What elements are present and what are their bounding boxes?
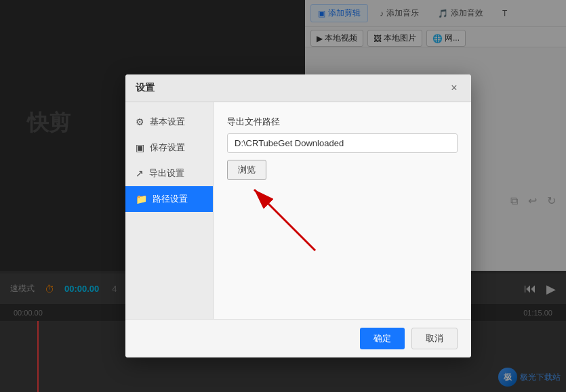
sidebar-export-label: 导出设置 [149,167,184,179]
sidebar-path-label: 路径设置 [153,193,188,205]
sidebar-item-save[interactable]: ▣ 保存设置 [125,135,213,160]
sidebar-basic-label: 基本设置 [150,116,185,128]
confirm-button[interactable]: 确定 [360,328,405,349]
gear-icon: ⚙ [136,116,144,127]
sidebar-item-export[interactable]: ↗ 导出设置 [125,160,213,186]
dialog-footer: 确定 取消 [125,319,471,357]
sidebar-item-basic[interactable]: ⚙ 基本设置 [125,109,213,135]
sidebar-item-path[interactable]: 📁 路径设置 [125,186,213,212]
save-icon: ▣ [136,142,144,153]
dialog-title: 设置 [136,82,155,94]
dialog-body: ⚙ 基本设置 ▣ 保存设置 ↗ 导出设置 📁 路径设置 导出文件路径 浏览 [125,102,471,319]
dialog-content: 导出文件路径 浏览 [214,102,471,319]
sidebar-save-label: 保存设置 [150,141,185,154]
browse-button[interactable]: 浏览 [227,160,266,180]
export-icon: ↗ [136,168,144,179]
dialog-sidebar: ⚙ 基本设置 ▣ 保存设置 ↗ 导出设置 📁 路径设置 [125,102,214,319]
dialog-close-btn[interactable]: × [447,81,461,95]
cancel-button[interactable]: 取消 [411,328,458,349]
dialog-titlebar: 设置 × [125,74,471,102]
export-path-input[interactable] [227,133,458,153]
export-path-label: 导出文件路径 [227,116,458,128]
folder-icon: 📁 [136,194,147,204]
settings-dialog: 设置 × ⚙ 基本设置 ▣ 保存设置 ↗ 导出设置 📁 路径设置 导出文件路径 [125,74,471,357]
